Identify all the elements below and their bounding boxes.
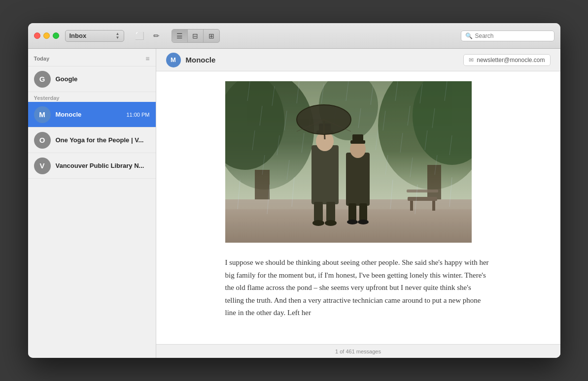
compose-button[interactable]: ✏ <box>149 30 165 42</box>
selector-arrows: ▲▼ <box>116 32 120 40</box>
email-content: I suppose we should be thinking about se… <box>210 71 506 329</box>
email-address-badge[interactable]: ✉ newsletter@monocle.com <box>463 54 550 66</box>
avatar-yoga: O <box>34 132 51 149</box>
mail-window: Inbox ▲▼ ⬜ ✏ ☰ ⊟ ⊞ 🔍 Today ≡ <box>28 23 560 358</box>
traffic-lights <box>34 32 59 39</box>
mail-item-info-monocle: Monocle 11:00 PM <box>56 111 150 118</box>
maximize-button[interactable] <box>53 32 59 39</box>
columns-view-button[interactable]: ⊟ <box>188 30 204 42</box>
mail-item-vancouver[interactable]: V Vancouver Public Library N... <box>28 153 156 179</box>
mail-item-info-google: Google <box>56 75 150 83</box>
titlebar: Inbox ▲▼ ⬜ ✏ ☰ ⊟ ⊞ 🔍 <box>28 23 560 49</box>
yesterday-divider: Yesterday <box>28 92 156 102</box>
mailbox-selector[interactable]: Inbox ▲▼ <box>65 30 124 42</box>
email-sender-name: Monocle <box>186 56 216 64</box>
search-field[interactable]: 🔍 <box>461 31 554 41</box>
mail-item-google[interactable]: G Google <box>28 66 156 92</box>
mail-sender-yoga: One Yoga for the People | V... <box>56 136 150 144</box>
avatar-google: G <box>34 71 51 88</box>
email-sender-info: M Monocle <box>166 53 216 67</box>
mail-list: G Google Yesterday M Monocle 11:00 PM <box>28 66 156 358</box>
message-count: 1 of 461 messages <box>335 349 381 354</box>
mailbox-title: Inbox <box>69 32 87 39</box>
sidebar-header: Today ≡ <box>28 49 156 66</box>
mail-sender-google: Google <box>56 75 150 83</box>
footer-bar: 1 of 461 messages <box>156 344 560 358</box>
email-body: I suppose we should be thinking about se… <box>156 71 560 344</box>
filter-icon[interactable]: ≡ <box>145 55 149 63</box>
mail-time-monocle: 11:00 PM <box>126 112 149 118</box>
view-toggle: ☰ ⊟ ⊞ <box>172 29 220 43</box>
mail-item-info-yoga: One Yoga for the People | V... <box>56 136 150 144</box>
svg-rect-70 <box>225 81 472 243</box>
main-content: Today ≡ G Google Yesterday M <box>28 49 560 358</box>
email-image <box>225 81 472 243</box>
avatar-email-sender: M <box>166 53 181 67</box>
list-view-button[interactable]: ☰ <box>172 30 188 42</box>
recipient-address: newsletter@monocle.com <box>477 57 545 64</box>
toolbar-group-left: ⬜ ✏ <box>132 30 166 42</box>
avatar-vancouver: V <box>34 158 51 174</box>
minimize-button[interactable] <box>43 32 50 39</box>
avatar-monocle: M <box>34 106 51 123</box>
reply-icon: ✉ <box>469 57 474 64</box>
email-header-bar: M Monocle ✉ newsletter@monocle.com <box>156 49 560 71</box>
mail-item-yoga[interactable]: O One Yoga for the People | V... <box>28 127 156 153</box>
mail-item-info-vancouver: Vancouver Public Library N... <box>56 162 150 169</box>
archive-button[interactable]: ⬜ <box>132 30 148 42</box>
email-body-text: I suppose we should be thinking about se… <box>225 256 491 319</box>
email-view: M Monocle ✉ newsletter@monocle.com <box>156 49 560 358</box>
mail-sender-vancouver: Vancouver Public Library N... <box>56 162 150 169</box>
today-label: Today <box>34 56 50 62</box>
mail-sender-monocle: Monocle <box>56 111 82 118</box>
close-button[interactable] <box>34 32 40 39</box>
mail-item-monocle[interactable]: M Monocle 11:00 PM <box>28 102 156 127</box>
sidebar: Today ≡ G Google Yesterday M <box>28 49 156 358</box>
grid-view-button[interactable]: ⊞ <box>204 30 219 42</box>
search-input[interactable] <box>475 32 550 39</box>
email-image-container <box>225 81 491 245</box>
search-icon: 🔍 <box>465 32 473 39</box>
